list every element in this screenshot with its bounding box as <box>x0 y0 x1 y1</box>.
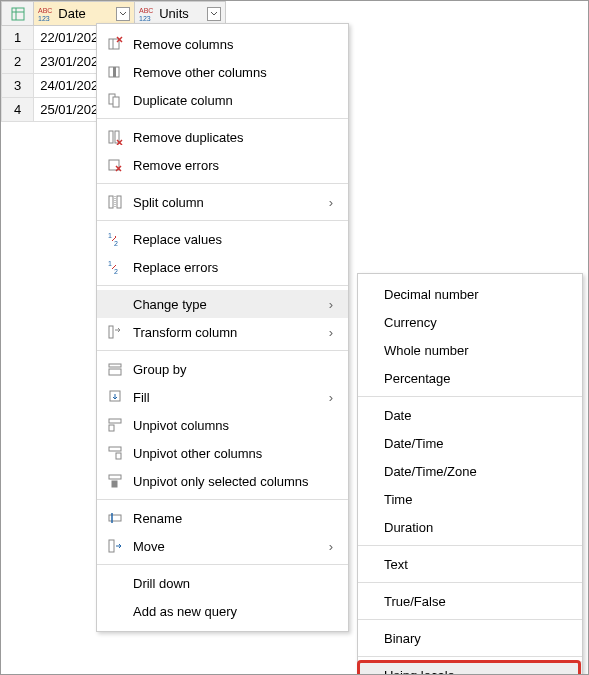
column-header-label: Units <box>159 6 203 21</box>
menu-item-decimal-number[interactable]: Decimal number <box>358 280 582 308</box>
menu-item-true-false[interactable]: True/False <box>358 587 582 615</box>
svg-rect-29 <box>109 369 121 375</box>
svg-rect-31 <box>109 419 121 423</box>
svg-text:1: 1 <box>108 260 112 267</box>
table-icon <box>2 2 33 25</box>
menu-item-unpivot-only-selected[interactable]: Unpivot only selected columns <box>97 467 348 495</box>
svg-rect-34 <box>116 453 121 459</box>
menu-item-fill[interactable]: Fill › <box>97 383 348 411</box>
remove-columns-icon <box>105 34 125 54</box>
menu-item-using-locale[interactable]: Using locale… <box>358 661 582 675</box>
menu-item-remove-errors[interactable]: Remove errors <box>97 151 348 179</box>
menu-separator <box>358 582 582 583</box>
svg-text:2: 2 <box>114 268 118 275</box>
svg-rect-21 <box>117 196 121 208</box>
blank-icon <box>105 294 125 314</box>
unpivot-other-icon <box>105 443 125 463</box>
menu-item-whole-number[interactable]: Whole number <box>358 336 582 364</box>
menu-separator <box>358 656 582 657</box>
menu-item-add-as-new-query[interactable]: Add as new query <box>97 597 348 625</box>
menu-item-change-type[interactable]: Change type › <box>97 290 348 318</box>
svg-rect-27 <box>109 326 113 338</box>
chevron-right-icon: › <box>324 325 338 340</box>
chevron-right-icon: › <box>324 539 338 554</box>
chevron-right-icon: › <box>324 390 338 405</box>
group-by-icon <box>105 359 125 379</box>
svg-text:ABC: ABC <box>38 7 52 14</box>
menu-item-date[interactable]: Date <box>358 401 582 429</box>
svg-rect-36 <box>112 481 117 487</box>
svg-rect-33 <box>109 447 121 451</box>
remove-other-columns-icon <box>105 62 125 82</box>
row-number: 3 <box>2 74 34 98</box>
column-header-date[interactable]: ABC 123 Date <box>34 2 135 26</box>
menu-item-rename[interactable]: Rename <box>97 504 348 532</box>
svg-rect-15 <box>109 131 113 143</box>
menu-item-move[interactable]: Move › <box>97 532 348 560</box>
menu-separator <box>97 183 348 184</box>
menu-item-remove-duplicates[interactable]: Remove duplicates <box>97 123 348 151</box>
svg-rect-14 <box>113 97 119 107</box>
svg-text:123: 123 <box>38 15 50 22</box>
blank-icon <box>105 573 125 593</box>
menu-item-group-by[interactable]: Group by <box>97 355 348 383</box>
menu-item-split-column[interactable]: Split column › <box>97 188 348 216</box>
split-column-icon <box>105 192 125 212</box>
menu-separator <box>358 619 582 620</box>
svg-text:123: 123 <box>139 15 151 22</box>
fill-icon <box>105 387 125 407</box>
column-filter-button[interactable] <box>116 7 130 21</box>
svg-text:2: 2 <box>114 240 118 247</box>
column-header-label: Date <box>58 6 112 21</box>
menu-separator <box>97 350 348 351</box>
svg-rect-39 <box>109 540 114 552</box>
svg-rect-32 <box>109 425 114 431</box>
menu-item-unpivot-other-columns[interactable]: Unpivot other columns <box>97 439 348 467</box>
menu-item-currency[interactable]: Currency <box>358 308 582 336</box>
menu-separator <box>97 499 348 500</box>
menu-item-duration[interactable]: Duration <box>358 513 582 541</box>
datatype-any-icon: ABC 123 <box>139 6 155 22</box>
menu-separator <box>97 285 348 286</box>
menu-separator <box>97 220 348 221</box>
svg-text:1: 1 <box>108 232 112 239</box>
menu-item-duplicate-column[interactable]: Duplicate column <box>97 86 348 114</box>
column-filter-button[interactable] <box>207 7 221 21</box>
change-type-submenu: Decimal number Currency Whole number Per… <box>357 273 583 675</box>
column-header-units[interactable]: ABC 123 Units <box>135 2 226 26</box>
row-number: 2 <box>2 50 34 74</box>
menu-item-text[interactable]: Text <box>358 550 582 578</box>
transform-column-icon <box>105 322 125 342</box>
menu-separator <box>358 545 582 546</box>
table-corner-cell[interactable] <box>2 2 34 26</box>
row-number: 4 <box>2 98 34 122</box>
menu-item-binary[interactable]: Binary <box>358 624 582 652</box>
chevron-right-icon: › <box>324 195 338 210</box>
menu-item-date-time[interactable]: Date/Time <box>358 429 582 457</box>
menu-item-time[interactable]: Time <box>358 485 582 513</box>
menu-item-drill-down[interactable]: Drill down <box>97 569 348 597</box>
rename-icon <box>105 508 125 528</box>
menu-separator <box>97 564 348 565</box>
menu-item-remove-other-columns[interactable]: Remove other columns <box>97 58 348 86</box>
menu-item-replace-errors[interactable]: 12 Replace errors <box>97 253 348 281</box>
menu-item-replace-values[interactable]: 12 Replace values <box>97 225 348 253</box>
svg-text:ABC: ABC <box>139 7 153 14</box>
blank-icon <box>105 601 125 621</box>
menu-item-unpivot-columns[interactable]: Unpivot columns <box>97 411 348 439</box>
column-context-menu: Remove columns Remove other columns Dupl… <box>96 23 349 632</box>
datatype-any-icon: ABC 123 <box>38 6 54 22</box>
replace-errors-icon: 12 <box>105 257 125 277</box>
svg-rect-12 <box>113 67 116 77</box>
menu-item-date-time-zone[interactable]: Date/Time/Zone <box>358 457 582 485</box>
menu-item-percentage[interactable]: Percentage <box>358 364 582 392</box>
menu-item-transform-column[interactable]: Transform column › <box>97 318 348 346</box>
row-number: 1 <box>2 26 34 50</box>
svg-rect-37 <box>109 515 121 521</box>
svg-rect-20 <box>109 196 113 208</box>
duplicate-column-icon <box>105 90 125 110</box>
menu-item-remove-columns[interactable]: Remove columns <box>97 30 348 58</box>
svg-rect-35 <box>109 475 121 479</box>
remove-errors-icon <box>105 155 125 175</box>
unpivot-selected-icon <box>105 471 125 491</box>
